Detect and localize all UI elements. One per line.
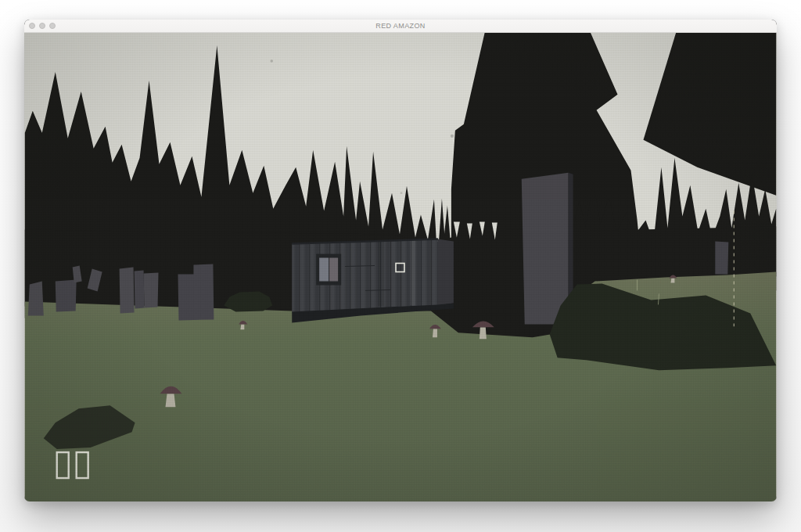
mushroom-stem xyxy=(480,327,487,339)
stone-slab xyxy=(120,268,135,314)
desktop: RED AMAZON xyxy=(0,0,801,532)
cabin-window-pane-left xyxy=(319,258,329,282)
tree-trunk xyxy=(522,173,569,325)
cabin-plank-texture xyxy=(292,239,438,313)
stone-slab xyxy=(144,272,159,307)
mushroom-stem xyxy=(433,329,437,337)
stone-slab xyxy=(135,270,145,308)
mushroom-stem xyxy=(166,394,176,407)
game-scene xyxy=(24,33,777,501)
stone-slab xyxy=(28,281,44,315)
window-title: RED AMAZON xyxy=(24,20,777,32)
close-button[interactable] xyxy=(29,23,35,29)
stone-slab xyxy=(56,279,77,311)
traffic-lights xyxy=(29,20,56,32)
cabin-plank-dark xyxy=(378,241,384,307)
game-viewport[interactable] xyxy=(24,33,777,501)
stone-slab xyxy=(715,242,728,275)
cabin-side xyxy=(438,239,454,306)
cabin xyxy=(292,239,454,323)
minimize-button[interactable] xyxy=(39,23,45,29)
app-window: RED AMAZON xyxy=(24,20,777,501)
film-grain xyxy=(400,192,403,194)
zoom-button[interactable] xyxy=(49,23,56,29)
film-grain xyxy=(270,59,273,63)
window-titlebar[interactable]: RED AMAZON xyxy=(24,20,777,33)
cabin-window-pane-right xyxy=(329,258,338,282)
cabin-plank-light xyxy=(410,240,415,306)
film-grain xyxy=(451,135,454,138)
